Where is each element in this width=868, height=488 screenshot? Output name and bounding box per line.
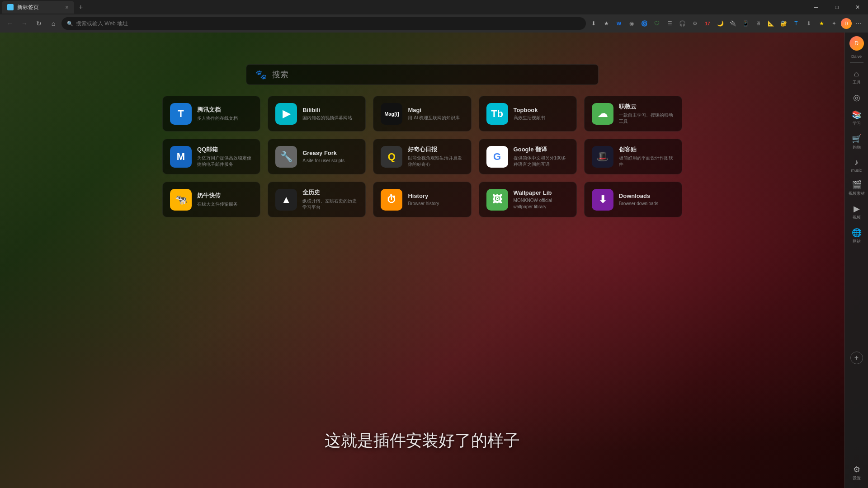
titlebar: 新标签页 ✕ + ─ □ ✕ (0, 0, 868, 14)
sidebar-item-music[interactable]: ♪ music (847, 155, 867, 175)
app-card[interactable]: ⏱HistoryBrowser history (373, 182, 471, 217)
ext2-icon[interactable]: ◉ (626, 18, 637, 29)
settings-button[interactable]: ⚙ 设置 (847, 465, 867, 484)
search-bar[interactable]: 🐾 搜索 (246, 64, 599, 85)
sidebar-item-tools[interactable]: ⌂ 工具 (847, 66, 867, 88)
app-desc: 纵横开阔、左眺右史的历史学习平台 (302, 198, 358, 211)
app-card[interactable]: 🔧Greasy ForkA site for user scripts (268, 139, 366, 174)
app-card[interactable]: T腾讯文档多人协作的在线文档 (162, 96, 260, 131)
video-icon: ▶ (854, 204, 860, 214)
app-card[interactable]: ☁职教云一款自主学习、授课的移动工具 (584, 96, 682, 131)
app-info: Wallpaper LibMONKNOW official wallpaper … (514, 189, 569, 210)
sidebar-item-learn[interactable]: 📚 学习 (847, 107, 867, 129)
app-name: History (408, 192, 463, 199)
footage-icon: 🎬 (852, 180, 862, 190)
ext14-icon[interactable]: 🔐 (778, 18, 789, 29)
app-desc: 高效生活视频书 (514, 115, 569, 121)
tab-favicon (7, 4, 14, 10)
app-name: 奶牛快传 (197, 192, 253, 200)
app-name: Downloads (619, 192, 675, 199)
app-card[interactable]: 🎩创客贴极简好用的平面设计作图软件 (584, 139, 682, 174)
ext8-badge[interactable]: 17 (702, 18, 713, 29)
more-options[interactable]: ⋯ (853, 18, 864, 29)
forward-button[interactable]: → (18, 17, 31, 30)
tab-title: 新标签页 (17, 4, 39, 11)
app-desc: 在线大文件传输服务 (197, 201, 253, 207)
app-card[interactable]: 🖼Wallpaper LibMONKNOW official wallpaper… (479, 182, 577, 217)
active-tab[interactable]: 新标签页 ✕ (2, 1, 74, 14)
app-info: Topbook高效生活视频书 (514, 107, 569, 121)
app-card[interactable]: ⬇DownloadsBrowser downloads (584, 182, 682, 217)
bookmark-icon[interactable]: ★ (600, 18, 612, 29)
music-icon: ♪ (854, 158, 859, 167)
close-button[interactable]: ✕ (847, 0, 868, 14)
app-card[interactable]: GGoogle 翻译提供简体中文和另外100多种语言之间的互译 (479, 139, 577, 174)
back-button[interactable]: ← (4, 17, 16, 30)
refresh-button[interactable]: ↻ (33, 17, 45, 30)
app-card[interactable]: TbTopbook高效生活视频书 (479, 96, 577, 131)
app-card[interactable]: MQQ邮箱为亿万用户提供高效稳定便捷的电子邮件服务 (162, 139, 260, 174)
app-desc: MONKNOW official wallpaper library (514, 197, 569, 210)
app-info: HistoryBrowser history (408, 192, 463, 207)
ext12-icon[interactable]: 🖥 (752, 18, 764, 29)
ext17-icon[interactable]: ★ (816, 18, 827, 29)
app-name: 好奇心日报 (408, 145, 463, 154)
app-name: 全历史 (302, 188, 358, 197)
ext10-icon[interactable]: 🔌 (727, 18, 739, 29)
app-desc: Browser history (408, 201, 463, 207)
sidebar-item-circle[interactable]: ◎ (847, 90, 867, 105)
app-icon: 🎩 (592, 146, 613, 168)
app-info: Magi用 AI 梳理互联网的知识库 (408, 107, 463, 121)
tab-close-button[interactable]: ✕ (65, 5, 69, 10)
ext13-icon[interactable]: 📐 (765, 18, 777, 29)
ext6-icon[interactable]: 🎧 (676, 18, 688, 29)
sidebar-item-video[interactable]: ▶ 视频 (847, 201, 867, 223)
minimize-button[interactable]: ─ (806, 0, 826, 14)
app-card[interactable]: Mag[i]Magi用 AI 梳理互联网的知识库 (373, 96, 471, 131)
download-icon[interactable]: ⬇ (588, 18, 599, 29)
gear-icon: ⚙ (853, 465, 860, 474)
app-icon: M (170, 146, 192, 168)
app-desc: Browser downloads (619, 201, 675, 207)
ext5-icon[interactable]: ☰ (664, 18, 675, 29)
search-icon: 🔍 (67, 21, 73, 27)
app-info: QQ邮箱为亿万用户提供高效稳定便捷的电子邮件服务 (197, 145, 253, 168)
sidebar-item-web[interactable]: 🌐 网站 (847, 225, 867, 247)
ext1-icon[interactable]: W (613, 18, 625, 29)
restore-button[interactable]: □ (826, 0, 847, 14)
learn-label: 学习 (853, 121, 861, 127)
sidebar-divider-1 (850, 62, 863, 63)
app-info: Google 翻译提供简体中文和另外100多种语言之间的互译 (514, 145, 569, 168)
sidebar-add-button[interactable]: + (850, 352, 863, 364)
app-card[interactable]: ▶Bilibili国内知名的视频弹幕网站 (268, 96, 366, 131)
new-tab-button[interactable]: + (76, 3, 85, 11)
home-button[interactable]: ⌂ (47, 17, 60, 30)
avatar[interactable]: D (849, 36, 864, 51)
ext9-icon[interactable]: 🌙 (714, 18, 726, 29)
app-card[interactable]: ▲全历史纵横开阔、左眺右史的历史学习平台 (268, 182, 366, 217)
app-desc: 用 AI 梳理互联网的知识库 (408, 115, 463, 121)
app-icon: ▲ (275, 189, 297, 211)
tab-area: 新标签页 ✕ + (0, 0, 85, 14)
ext16-icon[interactable]: ⬇ (803, 18, 815, 29)
app-info: 职教云一款自主学习、授课的移动工具 (619, 103, 675, 125)
app-icon: Q (381, 146, 402, 168)
ext11-icon[interactable]: 📱 (740, 18, 751, 29)
ext7-icon[interactable]: ⚙ (689, 18, 701, 29)
ext15-icon[interactable]: T (790, 18, 802, 29)
main-content: 🐾 搜索 T腾讯文档多人协作的在线文档▶Bilibili国内知名的视频弹幕网站M… (0, 33, 844, 488)
ext4-icon[interactable]: 🛡 (651, 18, 663, 29)
app-card[interactable]: 🐄奶牛快传在线大文件传输服务 (162, 182, 260, 217)
ext18-icon[interactable]: ✦ (828, 18, 840, 29)
app-desc: 一款自主学习、授课的移动工具 (619, 112, 675, 125)
address-bar: 🔍 (61, 17, 586, 30)
sidebar-item-footage[interactable]: 🎬 视频素材 (847, 177, 867, 199)
app-desc: A site for user scripts (302, 158, 358, 164)
sidebar-item-shop[interactable]: 🛒 购物 (847, 131, 867, 153)
app-desc: 为亿万用户提供高效稳定便捷的电子邮件服务 (197, 155, 253, 168)
ext3-icon[interactable]: 🌀 (638, 18, 650, 29)
profile-avatar[interactable]: D (841, 18, 852, 29)
apps-grid: T腾讯文档多人协作的在线文档▶Bilibili国内知名的视频弹幕网站Mag[i]… (162, 96, 682, 217)
address-input[interactable] (76, 20, 580, 27)
app-card[interactable]: Q好奇心日报以商业视角观察生活并启发你的好奇心 (373, 139, 471, 174)
